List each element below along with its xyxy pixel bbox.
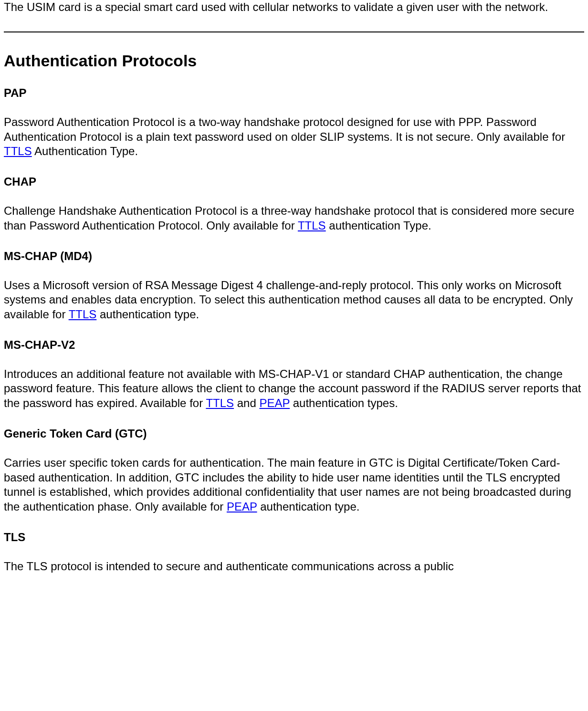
- paragraph-chap: Challenge Handshake Authentication Proto…: [4, 204, 584, 233]
- text-tls-a: The TLS protocol is intended to secure a…: [4, 560, 454, 573]
- text-mschap-md4-b: authentication type.: [96, 308, 199, 321]
- subheading-tls: TLS: [4, 531, 584, 544]
- link-peap[interactable]: PEAP: [259, 397, 290, 409]
- subheading-gtc: Generic Token Card (GTC): [4, 427, 584, 440]
- link-ttls[interactable]: TTLS: [4, 145, 32, 157]
- paragraph-mschap-md4: Uses a Microsoft version of RSA Message …: [4, 278, 584, 322]
- subheading-mschap-md4: MS-CHAP (MD4): [4, 250, 584, 263]
- section-heading-auth-protocols: Authentication Protocols: [4, 52, 584, 70]
- text-pap-a: Password Authentication Protocol is a tw…: [4, 115, 565, 143]
- text-mschap-v2-b: and: [234, 397, 259, 409]
- document-page: The USIM card is a special smart card us…: [0, 0, 588, 574]
- paragraph-tls: The TLS protocol is intended to secure a…: [4, 559, 584, 574]
- link-ttls[interactable]: TTLS: [298, 219, 326, 232]
- link-ttls[interactable]: TTLS: [69, 308, 97, 321]
- link-ttls[interactable]: TTLS: [206, 397, 234, 409]
- paragraph-mschap-v2: Introduces an additional feature not ava…: [4, 367, 584, 411]
- paragraph-pap: Password Authentication Protocol is a tw…: [4, 115, 584, 159]
- text-pap-b: Authentication Type.: [32, 145, 138, 157]
- intro-paragraph: The USIM card is a special smart card us…: [4, 0, 584, 14]
- text-mschap-v2-c: authentication types.: [290, 397, 398, 409]
- subheading-chap: CHAP: [4, 175, 584, 188]
- text-chap-a: Challenge Handshake Authentication Proto…: [4, 204, 574, 232]
- text-gtc-b: authentication type.: [257, 500, 360, 513]
- subheading-pap: PAP: [4, 86, 584, 100]
- link-peap[interactable]: PEAP: [227, 500, 257, 513]
- subheading-mschap-v2: MS-CHAP-V2: [4, 338, 584, 352]
- horizontal-rule: [4, 31, 584, 32]
- text-chap-b: authentication Type.: [326, 219, 431, 232]
- paragraph-gtc: Carries user specific token cards for au…: [4, 456, 584, 514]
